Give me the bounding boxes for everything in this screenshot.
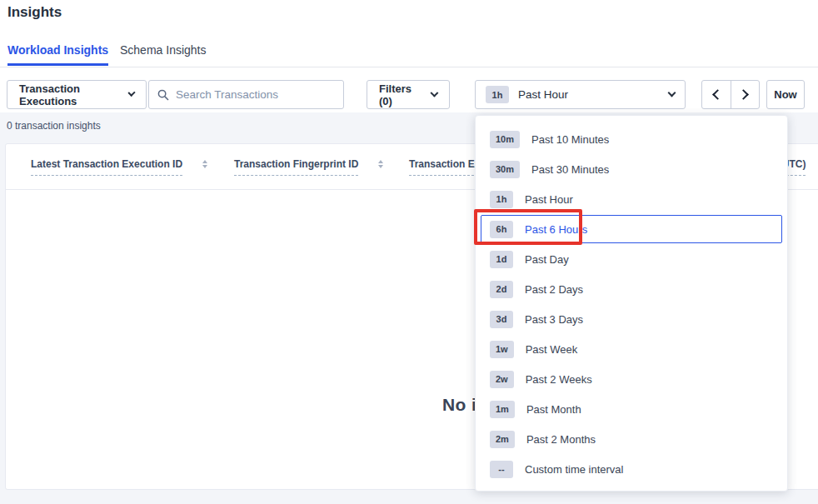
interval-badge: 1d [490, 251, 513, 268]
time-option-past-2-months[interactable]: 2m Past 2 Months [481, 425, 782, 453]
time-option-past-day[interactable]: 1d Past Day [481, 245, 782, 273]
time-option-past-2-weeks[interactable]: 2w Past 2 Weeks [481, 365, 782, 393]
search-box[interactable] [148, 80, 344, 109]
time-option-past-hour[interactable]: 1h Past Hour [481, 185, 782, 213]
tab-bar: Workload Insights Schema Insights [0, 37, 818, 67]
filters-label: Filters (0) [379, 82, 424, 107]
time-option-past-week[interactable]: 1w Past Week [481, 335, 782, 363]
time-nav-group [701, 80, 760, 109]
chevron-right-icon [738, 89, 749, 100]
time-range-selector[interactable]: 1h Past Hour [475, 80, 686, 109]
chevron-down-icon [127, 89, 135, 97]
transaction-type-label: Transaction Executions [19, 82, 122, 107]
chevron-left-icon [713, 89, 724, 100]
filters-button[interactable]: Filters (0) [367, 80, 450, 109]
sort-icon[interactable] [202, 160, 207, 168]
page-title: Insights [7, 4, 62, 21]
interval-badge: 1m [490, 401, 515, 418]
search-input[interactable] [176, 88, 335, 101]
insights-count: 0 transaction insights [7, 120, 101, 132]
now-button[interactable]: Now [766, 80, 805, 109]
interval-badge: 2m [490, 431, 515, 448]
column-header-transaction-fingerprint-id[interactable]: Transaction Fingerprint ID [234, 158, 383, 176]
interval-badge: 3d [490, 311, 513, 328]
interval-badge: 6h [490, 221, 513, 238]
time-interval-dropdown: 10m Past 10 Minutes 30m Past 30 Minutes … [475, 115, 788, 492]
time-next-button[interactable] [731, 81, 759, 108]
chevron-down-icon [668, 89, 676, 97]
interval-badge: 1h [490, 191, 513, 208]
interval-badge: 10m [490, 131, 520, 148]
interval-badge: 1w [490, 341, 514, 358]
transaction-type-selector[interactable]: Transaction Executions [7, 80, 147, 109]
sort-icon[interactable] [378, 160, 383, 168]
time-option-past-2-days[interactable]: 2d Past 2 Days [481, 275, 782, 303]
chevron-down-icon [431, 89, 439, 97]
time-range-label: Past Hour [518, 88, 669, 101]
time-option-past-month[interactable]: 1m Past Month [481, 395, 782, 423]
search-icon [157, 89, 169, 101]
time-option-past-10-minutes[interactable]: 10m Past 10 Minutes [481, 125, 782, 153]
time-option-past-6-hours[interactable]: 6h Past 6 Hours [481, 215, 782, 243]
interval-badge: 2d [490, 281, 513, 298]
time-prev-button[interactable] [702, 81, 731, 108]
interval-badge: 30m [490, 161, 520, 178]
tab-schema-insights[interactable]: Schema Insights [120, 43, 207, 57]
interval-badge: -- [490, 461, 513, 478]
time-option-past-30-minutes[interactable]: 30m Past 30 Minutes [481, 155, 782, 183]
time-option-past-3-days[interactable]: 3d Past 3 Days [481, 305, 782, 333]
time-range-badge: 1h [486, 86, 509, 103]
column-header-latest-transaction-execution-id[interactable]: Latest Transaction Execution ID [31, 158, 207, 176]
time-option-custom-interval[interactable]: -- Custom time interval [481, 455, 782, 483]
tab-workload-insights[interactable]: Workload Insights [7, 43, 108, 57]
interval-badge: 2w [490, 371, 514, 388]
